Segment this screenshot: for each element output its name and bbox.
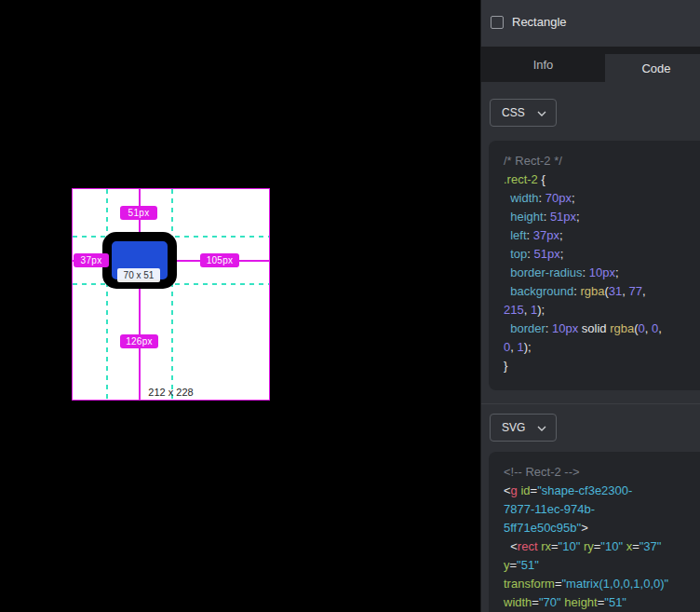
chevron-down-icon	[537, 111, 546, 116]
measurement-badge-right: 105px	[200, 253, 239, 267]
svg-language-select[interactable]: SVG	[490, 414, 557, 442]
measurement-badge-bottom: 126px	[120, 334, 158, 348]
css-language-select-value: CSS	[502, 106, 525, 119]
tab-info[interactable]: Info	[481, 47, 605, 82]
app-window: 51px 37px 105px 126px 70 x 51 212 x 228 …	[0, 0, 700, 612]
svg-language-select-value: SVG	[502, 421, 525, 434]
svg-code-block[interactable]: <!-- Rect-2 --><g id="shape-cf3e2300-787…	[489, 452, 700, 612]
css-language-select[interactable]: CSS	[490, 99, 557, 127]
artboard[interactable]: 51px 37px 105px 126px 70 x 51 212 x 228	[73, 189, 269, 400]
tab-row: Info Code	[481, 47, 700, 82]
chevron-down-icon	[537, 426, 546, 431]
measurement-badge-top: 51px	[120, 206, 157, 220]
canvas-viewport[interactable]: 51px 37px 105px 126px 70 x 51 212 x 228	[0, 0, 480, 612]
measure-line-vertical	[139, 189, 141, 400]
guide-vertical-left	[106, 189, 108, 400]
guide-vertical-right	[171, 189, 173, 400]
section-divider	[481, 403, 700, 404]
inspect-panel: Rectangle Info Code CSS /* Rect-2 */.rec…	[480, 0, 700, 612]
layer-checkbox[interactable]	[491, 16, 504, 29]
panel-header: Rectangle	[481, 0, 700, 47]
css-code-block[interactable]: /* Rect-2 */.rect-2 { width: 70px; heigh…	[489, 141, 700, 390]
layer-name-label: Rectangle	[512, 15, 567, 29]
selection-size-label: 70 x 51	[117, 268, 160, 282]
board-size-label: 212 x 228	[73, 387, 269, 398]
measurement-badge-left: 37px	[74, 253, 109, 267]
tab-code[interactable]: Code	[605, 54, 700, 82]
